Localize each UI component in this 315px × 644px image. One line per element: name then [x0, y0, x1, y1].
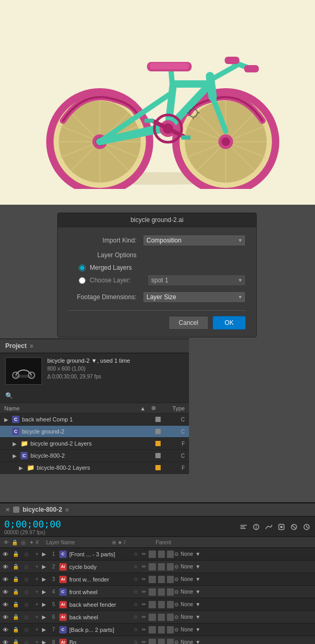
choose-layer-radio[interactable] — [79, 277, 86, 284]
pencil-switch-2[interactable]: ✏ — [140, 563, 147, 571]
choose-layer-row: Choose Layer: spot 1 — [79, 275, 246, 286]
col-filter-icon[interactable]: ⊕ — [148, 405, 159, 411]
project-row-bicycle800[interactable]: ▶ C bicycle-800-2 C — [0, 450, 189, 462]
solo-toggle-8[interactable]: ◎ — [21, 639, 32, 644]
solo-toggle-1[interactable]: ◎ — [21, 551, 32, 557]
choose-layer-select[interactable]: spot 1 — [148, 275, 246, 286]
solo-toggle-5[interactable]: ◎ — [21, 601, 32, 607]
layer-parent-4: ⊙ None ▼ — [174, 589, 222, 595]
import-kind-select-wrap[interactable]: Composition Footage Composition - Retain… — [143, 235, 246, 246]
pencil-switch-3[interactable]: ✏ — [140, 576, 147, 583]
lock-toggle-3[interactable]: 🔒 — [10, 576, 21, 582]
pencil-switch-1[interactable]: ✏ — [140, 551, 147, 558]
search-replace-icon[interactable] — [239, 523, 248, 531]
expand-toggle-1[interactable]: ▶ — [42, 551, 48, 557]
shy-icon[interactable] — [290, 523, 298, 531]
project-row-bicycle-ground[interactable]: C bicycle ground-2 C — [0, 426, 189, 438]
lock-toggle-1[interactable]: 🔒 — [10, 551, 21, 557]
timeline-close-icon[interactable]: ✕ — [5, 506, 10, 513]
graph-editor-icon[interactable] — [265, 523, 273, 531]
star-switch-1[interactable]: ☆ — [132, 551, 139, 558]
parent-arrow-5[interactable]: ▼ — [195, 601, 201, 607]
pencil-switch-4[interactable]: ✏ — [140, 588, 147, 596]
parent-arrow-7[interactable]: ▼ — [195, 627, 201, 632]
pencil-switch-8[interactable]: ✏ — [140, 639, 147, 645]
visibility-toggle-5[interactable]: 👁 — [0, 601, 10, 608]
clock-icon[interactable] — [302, 523, 311, 531]
parent-arrow-8[interactable]: ▼ — [195, 639, 201, 644]
motion-toggle-8[interactable]: ✦ — [32, 639, 42, 644]
solo-toggle-4[interactable]: ◎ — [21, 589, 32, 595]
import-kind-select[interactable]: Composition Footage Composition - Retain… — [143, 235, 246, 246]
lock-toggle-5[interactable]: 🔒 — [10, 601, 21, 607]
project-row-backwheel-comp[interactable]: ▶ C back wheel Comp 1 C — [0, 414, 189, 426]
expand-toggle-4[interactable]: ▶ — [42, 589, 48, 595]
footage-dimensions-select[interactable]: Layer Size Document Size — [143, 291, 246, 303]
project-search-input[interactable] — [15, 393, 88, 399]
visibility-toggle-8[interactable]: 👁 — [0, 639, 10, 645]
expand-toggle-3[interactable]: ▶ — [42, 576, 48, 582]
motion-toggle-1[interactable]: ✦ — [32, 551, 42, 557]
star-switch-5[interactable]: ☆ — [132, 601, 139, 608]
visibility-toggle-2[interactable]: 👁 — [0, 564, 10, 570]
expand-toggle-6[interactable]: ▶ — [42, 614, 48, 620]
motion-blur-icon[interactable] — [252, 523, 260, 531]
visibility-toggle-1[interactable]: 👁 — [0, 551, 10, 557]
timecode-main[interactable]: 0;00;00;00 — [4, 519, 61, 530]
visibility-toggle-6[interactable]: 👁 — [0, 614, 10, 620]
star-switch-8[interactable]: ☆ — [132, 639, 139, 645]
ok-button[interactable]: OK — [213, 316, 246, 330]
merged-layers-radio[interactable] — [79, 265, 86, 271]
motion-toggle-6[interactable]: ✦ — [32, 614, 42, 620]
timeline-menu-icon[interactable]: ≡ — [65, 506, 68, 513]
star-switch-3[interactable]: ☆ — [132, 576, 139, 583]
motion-toggle-5[interactable]: ✦ — [32, 601, 42, 607]
solo-toggle-3[interactable]: ◎ — [21, 576, 32, 582]
cancel-button[interactable]: Cancel — [169, 316, 208, 330]
pencil-switch-5[interactable]: ✏ — [140, 601, 147, 608]
parent-arrow-2[interactable]: ▼ — [195, 564, 201, 569]
project-search-bar[interactable]: 🔍 — [0, 389, 189, 403]
pencil-switch-6[interactable]: ✏ — [140, 614, 147, 621]
motion-toggle-4[interactable]: ✦ — [32, 589, 42, 595]
col-sort-icon[interactable]: ▲ — [138, 405, 148, 411]
lock-toggle-8[interactable]: 🔒 — [10, 639, 21, 644]
star-switch-7[interactable]: ☆ — [132, 626, 139, 634]
visibility-toggle-7[interactable]: 👁 — [0, 627, 10, 633]
parent-spiral-icon-4: ⊙ — [174, 589, 178, 595]
lock-toggle-7[interactable]: 🔒 — [10, 627, 21, 632]
star-switch-2[interactable]: ☆ — [132, 563, 139, 571]
expand-icon: ▶ — [13, 441, 18, 447]
pencil-switch-7[interactable]: ✏ — [140, 626, 147, 634]
expand-toggle-7[interactable]: ▶ — [42, 627, 48, 632]
expand-toggle-5[interactable]: ▶ — [42, 601, 48, 607]
motion-toggle-7[interactable]: ✦ — [32, 627, 42, 632]
project-row-bicycle800-layers[interactable]: ▶ 📁 bicycle-800-2 Layers F — [0, 462, 189, 474]
footage-dimensions-select-wrap[interactable]: Layer Size Document Size — [143, 291, 246, 303]
expand-toggle-2[interactable]: ▶ — [42, 564, 48, 569]
layer-options-label: Layer Options — [68, 251, 136, 259]
motion-toggle-2[interactable]: ✦ — [32, 564, 42, 569]
lock-toggle-2[interactable]: 🔒 — [10, 564, 21, 569]
lock-toggle-4[interactable]: 🔒 — [10, 589, 21, 595]
star-switch-6[interactable]: ☆ — [132, 614, 139, 621]
visibility-toggle-4[interactable]: 👁 — [0, 589, 10, 595]
parent-arrow-4[interactable]: ▼ — [195, 589, 201, 595]
solo-icon[interactable] — [277, 523, 286, 531]
solo-toggle-6[interactable]: ◎ — [21, 614, 32, 620]
blank-switch-4 — [149, 588, 155, 596]
expand-toggle-8[interactable]: ▶ — [42, 639, 48, 644]
solo-toggle-2[interactable]: ◎ — [21, 564, 32, 569]
parent-arrow-3[interactable]: ▼ — [195, 576, 201, 582]
project-row-bicycle-layers[interactable]: ▶ 📁 bicycle ground-2 Layers F — [0, 438, 189, 450]
project-panel-menu-icon[interactable]: ≡ — [30, 343, 33, 349]
visibility-toggle-3[interactable]: 👁 — [0, 576, 10, 583]
parent-arrow-6[interactable]: ▼ — [195, 614, 201, 620]
choose-layer-select-wrap[interactable]: spot 1 — [148, 275, 246, 286]
layer-num-4: 4 — [48, 589, 59, 595]
parent-arrow-1[interactable]: ▼ — [195, 551, 201, 557]
solo-toggle-7[interactable]: ◎ — [21, 627, 32, 632]
lock-toggle-6[interactable]: 🔒 — [10, 614, 21, 620]
motion-toggle-3[interactable]: ✦ — [32, 576, 42, 582]
star-switch-4[interactable]: ☆ — [132, 588, 139, 596]
